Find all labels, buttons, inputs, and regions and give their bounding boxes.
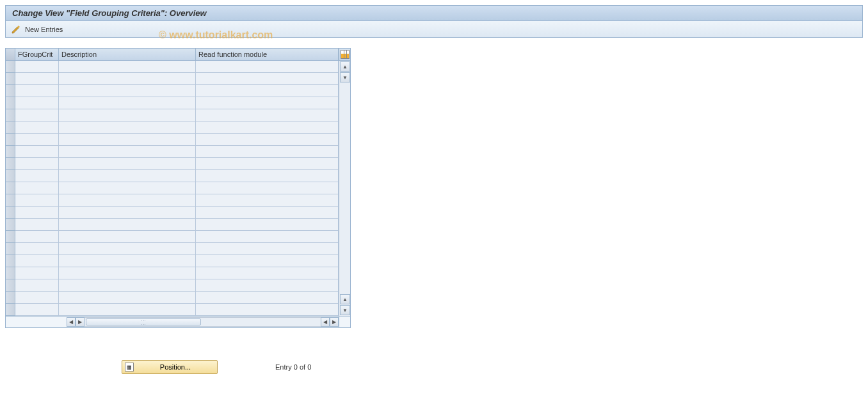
cell-fgroupcrit[interactable] xyxy=(15,243,59,255)
row-selector[interactable] xyxy=(6,170,15,182)
table-row[interactable] xyxy=(6,73,339,85)
new-entries-button[interactable]: New Entries xyxy=(25,26,63,33)
row-selector[interactable] xyxy=(6,243,15,255)
row-selector[interactable] xyxy=(6,231,15,243)
cell-readfn[interactable] xyxy=(196,158,339,170)
cell-fgroupcrit[interactable] xyxy=(15,134,59,146)
hscroll-right-button[interactable]: ▶ xyxy=(330,317,339,327)
cell-fgroupcrit[interactable] xyxy=(15,170,59,182)
cell-description[interactable] xyxy=(59,134,196,146)
cell-fgroupcrit[interactable] xyxy=(15,255,59,267)
cell-description[interactable] xyxy=(59,170,196,182)
cell-fgroupcrit[interactable] xyxy=(15,231,59,243)
row-selector[interactable] xyxy=(6,134,15,146)
table-row[interactable] xyxy=(6,158,339,170)
row-selector[interactable] xyxy=(6,158,15,170)
table-row[interactable] xyxy=(6,85,339,97)
cell-fgroupcrit[interactable] xyxy=(15,61,59,73)
cell-description[interactable] xyxy=(59,109,196,121)
cell-readfn[interactable] xyxy=(196,182,339,194)
table-config-button[interactable] xyxy=(339,49,350,60)
cell-fgroupcrit[interactable] xyxy=(15,97,59,109)
cell-description[interactable] xyxy=(59,182,196,194)
cell-fgroupcrit[interactable] xyxy=(15,267,59,279)
vertical-scrollbar[interactable]: ▲ ▼ ▲ ▼ xyxy=(339,61,350,316)
hscroll-left-button[interactable]: ◀ xyxy=(67,317,76,327)
table-row[interactable] xyxy=(6,182,339,194)
hscroll-left-step-button[interactable]: ◀ xyxy=(321,317,330,327)
table-row[interactable] xyxy=(6,243,339,255)
cell-fgroupcrit[interactable] xyxy=(15,182,59,194)
cell-readfn[interactable] xyxy=(196,231,339,243)
cell-description[interactable] xyxy=(59,304,196,316)
row-selector[interactable] xyxy=(6,219,15,231)
table-row[interactable] xyxy=(6,170,339,182)
position-button[interactable]: ▦ Position... xyxy=(122,360,218,374)
cell-description[interactable] xyxy=(59,73,196,85)
cell-fgroupcrit[interactable] xyxy=(15,158,59,170)
cell-description[interactable] xyxy=(59,158,196,170)
row-selector[interactable] xyxy=(6,194,15,207)
cell-readfn[interactable] xyxy=(196,304,339,316)
cell-readfn[interactable] xyxy=(196,85,339,97)
cell-fgroupcrit[interactable] xyxy=(15,219,59,231)
cell-readfn[interactable] xyxy=(196,279,339,292)
cell-description[interactable] xyxy=(59,292,196,304)
row-selector[interactable] xyxy=(6,61,15,73)
row-selector[interactable] xyxy=(6,255,15,267)
cell-description[interactable] xyxy=(59,85,196,97)
table-row[interactable] xyxy=(6,304,339,316)
cell-fgroupcrit[interactable] xyxy=(15,85,59,97)
cell-fgroupcrit[interactable] xyxy=(15,304,59,316)
cell-fgroupcrit[interactable] xyxy=(15,73,59,85)
table-row[interactable] xyxy=(6,219,339,231)
cell-fgroupcrit[interactable] xyxy=(15,207,59,219)
pencil-glasses-icon[interactable] xyxy=(11,24,21,35)
table-row[interactable] xyxy=(6,279,339,292)
select-all-rows[interactable] xyxy=(6,49,15,60)
cell-readfn[interactable] xyxy=(196,121,339,134)
column-header-description[interactable]: Description xyxy=(59,49,196,60)
row-selector[interactable] xyxy=(6,267,15,279)
table-row[interactable] xyxy=(6,146,339,158)
cell-fgroupcrit[interactable] xyxy=(15,279,59,292)
cell-readfn[interactable] xyxy=(196,73,339,85)
cell-description[interactable] xyxy=(59,255,196,267)
table-row[interactable] xyxy=(6,134,339,146)
cell-fgroupcrit[interactable] xyxy=(15,121,59,134)
cell-fgroupcrit[interactable] xyxy=(15,194,59,207)
cell-description[interactable] xyxy=(59,279,196,292)
cell-description[interactable] xyxy=(59,243,196,255)
cell-readfn[interactable] xyxy=(196,170,339,182)
hscroll-track[interactable] xyxy=(84,317,321,327)
cell-description[interactable] xyxy=(59,231,196,243)
cell-fgroupcrit[interactable] xyxy=(15,109,59,121)
table-row[interactable] xyxy=(6,231,339,243)
cell-fgroupcrit[interactable] xyxy=(15,146,59,158)
row-selector[interactable] xyxy=(6,292,15,304)
row-selector[interactable] xyxy=(6,304,15,316)
cell-description[interactable] xyxy=(59,61,196,73)
row-selector[interactable] xyxy=(6,121,15,134)
table-row[interactable] xyxy=(6,267,339,279)
cell-readfn[interactable] xyxy=(196,267,339,279)
row-selector[interactable] xyxy=(6,207,15,219)
cell-description[interactable] xyxy=(59,146,196,158)
row-selector[interactable] xyxy=(6,182,15,194)
cell-description[interactable] xyxy=(59,267,196,279)
scroll-up-step-button[interactable]: ▲ xyxy=(340,294,350,304)
row-selector[interactable] xyxy=(6,109,15,121)
table-row[interactable] xyxy=(6,255,339,267)
row-selector[interactable] xyxy=(6,97,15,109)
cell-readfn[interactable] xyxy=(196,61,339,73)
scroll-down-button[interactable]: ▼ xyxy=(340,305,350,315)
cell-readfn[interactable] xyxy=(196,219,339,231)
column-header-fgroupcrit[interactable]: FGroupCrit xyxy=(15,49,59,60)
row-selector[interactable] xyxy=(6,73,15,85)
cell-description[interactable] xyxy=(59,207,196,219)
cell-fgroupcrit[interactable] xyxy=(15,292,59,304)
table-row[interactable] xyxy=(6,61,339,73)
cell-readfn[interactable] xyxy=(196,255,339,267)
cell-readfn[interactable] xyxy=(196,194,339,207)
row-selector[interactable] xyxy=(6,85,15,97)
